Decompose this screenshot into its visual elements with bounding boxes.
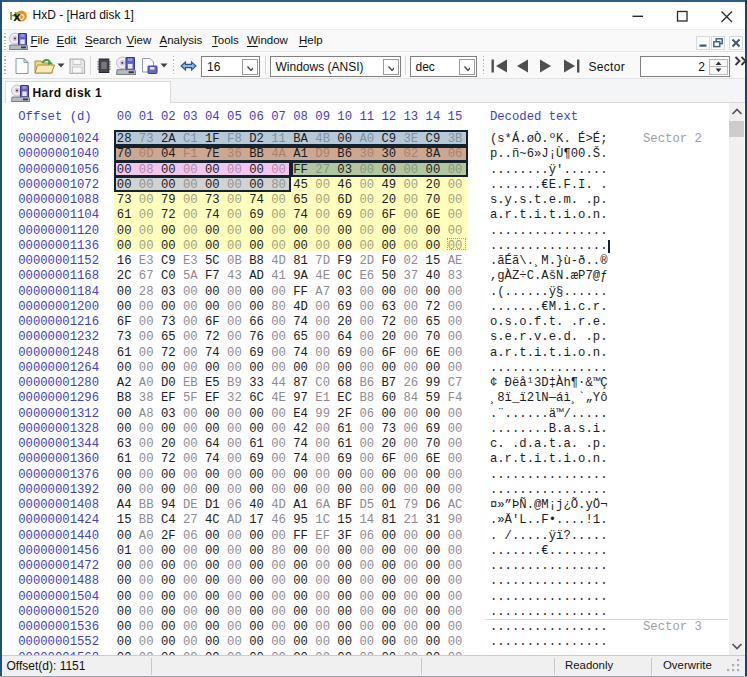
svg-text:x: x xyxy=(13,9,21,24)
